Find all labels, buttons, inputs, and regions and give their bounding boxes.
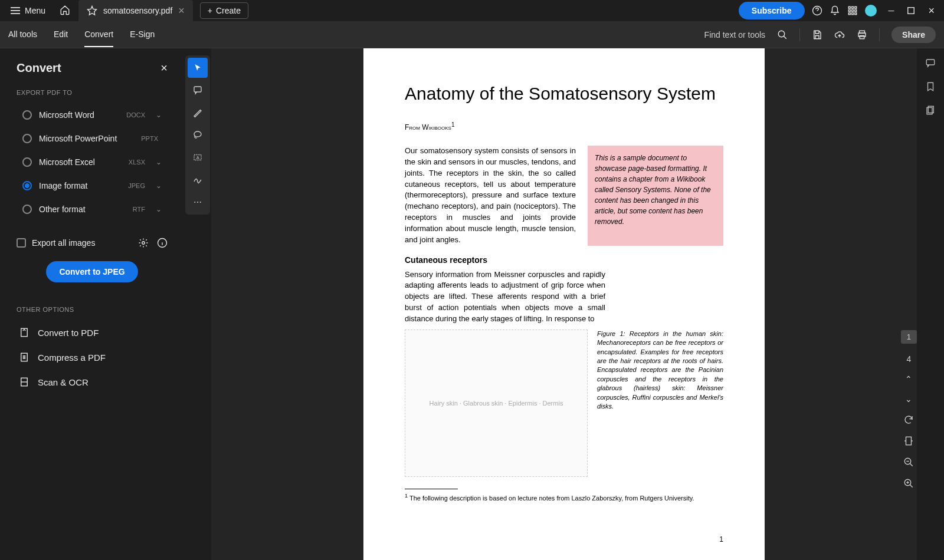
bell-icon[interactable]: [830, 5, 840, 16]
scan-icon: [19, 377, 30, 387]
svg-rect-28: [926, 60, 935, 65]
radio-icon: [22, 205, 32, 214]
export-option-other[interactable]: Other format RTF ⌄: [17, 197, 168, 221]
divider: [799, 28, 800, 41]
textbox-tool[interactable]: A: [188, 147, 208, 167]
tab-esign[interactable]: E-Sign: [130, 22, 155, 47]
close-tab-button[interactable]: ×: [178, 5, 185, 17]
sidebar-title: Convert: [17, 61, 61, 75]
select-tool[interactable]: [188, 58, 208, 78]
lasso-tool[interactable]: [188, 125, 208, 145]
svg-line-33: [910, 463, 913, 466]
other-compress-pdf[interactable]: Compress a PDF: [17, 345, 168, 370]
other-convert-pdf[interactable]: Convert to PDF: [17, 320, 168, 345]
tab-title: somatosensory.pdf: [103, 6, 172, 15]
bookmark-icon[interactable]: [925, 81, 936, 92]
panel-comment-icon[interactable]: [925, 58, 936, 68]
convert-pdf-icon: [19, 327, 30, 338]
export-option-excel[interactable]: Microsoft Excel XLSX ⌄: [17, 150, 168, 174]
tab-convert[interactable]: Convert: [84, 22, 113, 47]
rotate-icon[interactable]: [903, 414, 914, 425]
doc-para2: Sensory information from Meissner corpus…: [405, 269, 605, 325]
radio-selected-icon: [22, 181, 32, 190]
document-tab[interactable]: somatosensory.pdf ×: [78, 0, 193, 21]
fit-width-icon[interactable]: [903, 436, 914, 446]
gear-icon[interactable]: [138, 238, 149, 248]
info-icon[interactable]: [157, 238, 168, 248]
svg-rect-4: [848, 10, 850, 12]
compress-icon: [19, 352, 30, 363]
pages-icon[interactable]: [925, 105, 936, 116]
svg-rect-1: [848, 6, 850, 8]
home-icon: [60, 5, 70, 15]
avatar[interactable]: [865, 5, 877, 17]
comment-tool[interactable]: [188, 80, 208, 100]
home-button[interactable]: [54, 1, 76, 21]
radio-icon: [22, 134, 32, 143]
menu-label: Menu: [25, 6, 45, 15]
tab-all-tools[interactable]: All tools: [8, 22, 37, 47]
close-window-button[interactable]: ×: [923, 5, 939, 17]
figure-caption: Figure 1: Receptors in the human skin: M…: [597, 330, 723, 477]
svg-rect-31: [906, 437, 912, 445]
svg-rect-3: [854, 6, 856, 8]
svg-text:A: A: [196, 155, 199, 160]
svg-point-16: [142, 242, 145, 245]
sign-tool[interactable]: [188, 170, 208, 190]
subscribe-button[interactable]: Subscribe: [739, 2, 805, 19]
minimize-button[interactable]: ─: [884, 6, 899, 15]
create-button[interactable]: + Create: [200, 2, 248, 19]
svg-rect-15: [860, 35, 864, 38]
convert-button[interactable]: Convert to JPEG: [46, 261, 137, 282]
export-option-image[interactable]: Image format JPEG ⌄: [17, 174, 168, 197]
chevron-down-icon: ⌄: [156, 111, 162, 119]
star-icon: [87, 5, 97, 16]
radio-icon: [22, 157, 32, 167]
chevron-down-icon: ⌄: [156, 158, 162, 166]
svg-rect-7: [848, 13, 850, 15]
svg-rect-9: [854, 13, 856, 15]
help-icon[interactable]: [812, 5, 822, 16]
find-label: Find text or tools: [704, 30, 766, 39]
apps-icon[interactable]: [847, 5, 858, 16]
save-icon[interactable]: [812, 29, 822, 40]
svg-point-11: [778, 31, 785, 37]
export-option-word[interactable]: Microsoft Word DOCX ⌄: [17, 103, 168, 127]
menu-button[interactable]: Menu: [5, 2, 51, 19]
page-down-button[interactable]: ⌄: [905, 394, 912, 404]
page-up-button[interactable]: ⌃: [905, 374, 912, 384]
cloud-upload-icon[interactable]: [834, 29, 845, 40]
tab-edit[interactable]: Edit: [54, 22, 68, 47]
footnote-rule: [405, 489, 458, 489]
svg-rect-24: [194, 87, 201, 92]
other-scan-ocr[interactable]: Scan & OCR: [17, 370, 168, 394]
other-section-label: OTHER OPTIONS: [17, 306, 168, 313]
doc-title: Anatomy of the Somatosensory System: [405, 84, 723, 104]
svg-rect-8: [851, 13, 853, 15]
page-number: 1: [719, 535, 723, 543]
total-pages: 4: [906, 354, 911, 364]
doc-footnote: The following description is based on le…: [409, 494, 694, 501]
share-button[interactable]: Share: [891, 27, 936, 43]
svg-rect-5: [851, 10, 853, 12]
zoom-in-icon[interactable]: [903, 478, 914, 489]
search-icon[interactable]: [777, 29, 788, 40]
print-icon[interactable]: [857, 29, 867, 40]
svg-rect-10: [908, 8, 914, 14]
doc-subhead: Cutaneous receptors: [405, 255, 723, 265]
maximize-button[interactable]: [906, 5, 916, 16]
doc-callout: This is a sample document to showcase pa…: [588, 146, 723, 246]
doc-para1: Our somatosensory system consists of sen…: [405, 146, 576, 246]
divider: [879, 28, 880, 41]
export-all-checkbox[interactable]: [17, 238, 26, 248]
zoom-out-icon[interactable]: [903, 457, 914, 467]
current-page[interactable]: 1: [901, 330, 917, 344]
pdf-page: Anatomy of the Somatosensory System From…: [363, 48, 765, 560]
chevron-down-icon: ⌄: [156, 182, 162, 190]
export-option-powerpoint[interactable]: Microsoft PowerPoint PPTX: [17, 127, 168, 150]
more-tools[interactable]: ⋯: [188, 192, 208, 212]
svg-rect-6: [854, 10, 856, 12]
chevron-down-icon: ⌄: [156, 205, 162, 213]
close-sidebar-button[interactable]: ×: [160, 61, 168, 75]
highlight-tool[interactable]: [188, 103, 208, 123]
